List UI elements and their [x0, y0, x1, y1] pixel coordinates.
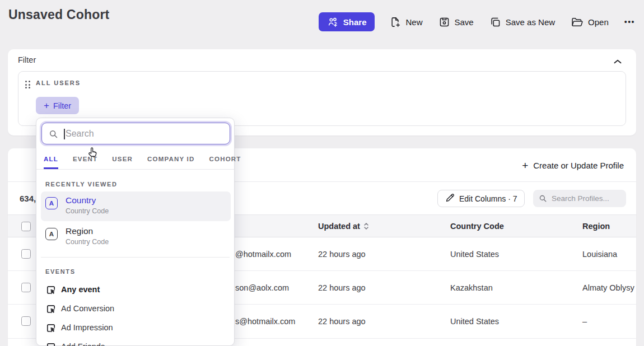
share-button-label: Share: [343, 17, 367, 27]
email-cell: son@aolx.com: [235, 271, 289, 304]
add-filter-button-label: Filter: [53, 101, 71, 110]
toolbar: Share New Save Save as New Open •••: [319, 12, 636, 31]
event-label: Ad Impression: [61, 323, 113, 332]
new-file-icon: [389, 16, 401, 28]
letter-a-icon: A: [45, 228, 58, 240]
profiles-search-input[interactable]: [533, 190, 626, 207]
drag-handle-icon[interactable]: [25, 81, 30, 88]
region-cell: –: [582, 305, 587, 338]
plus-icon: +: [522, 160, 528, 171]
share-button[interactable]: Share: [319, 12, 375, 31]
list-item-ad-impression[interactable]: Ad Impression: [36, 319, 234, 338]
column-header-region[interactable]: Region: [582, 215, 610, 237]
event-label: Ad Conversion: [61, 304, 114, 313]
create-or-update-profile-button[interactable]: + Create or Update Profile: [522, 157, 624, 174]
filter-group-label: ALL USERS: [36, 80, 81, 86]
save-button-label: Save: [455, 17, 474, 27]
item-title: Region: [66, 226, 93, 236]
list-item-country[interactable]: A Country Country Code: [41, 191, 231, 221]
region-cell: Almaty Oblysy: [582, 271, 634, 304]
save-as-new-button[interactable]: Save as New: [488, 16, 556, 28]
list-item-add-friends[interactable]: Add Friends: [36, 338, 234, 346]
item-subtitle: Country Code: [66, 238, 109, 246]
divider: [41, 257, 230, 258]
updated-at-cell: 22 hours ago: [318, 271, 366, 304]
select-all-checkbox[interactable]: [21, 222, 31, 231]
save-button[interactable]: Save: [437, 16, 475, 28]
app-window: Unsaved Cohort Share New Save Save as Ne…: [0, 0, 644, 346]
add-filter-button[interactable]: + Filter: [36, 97, 79, 114]
letter-a-icon: A: [45, 197, 58, 209]
email-cell: @hotmailx.com: [235, 237, 291, 270]
list-item-any-event[interactable]: Any event: [36, 280, 234, 300]
open-button[interactable]: Open: [570, 16, 610, 28]
copy-icon: [489, 16, 501, 28]
tab-company-id[interactable]: COMPANY ID: [147, 156, 194, 169]
row-checkbox[interactable]: [21, 283, 31, 292]
updated-at-cell: 22 hours ago: [318, 305, 366, 338]
save-as-new-button-label: Save as New: [506, 17, 555, 27]
plus-icon: +: [44, 101, 49, 110]
tab-user[interactable]: USER: [112, 156, 133, 169]
country-code-cell: Kazakhstan: [450, 271, 493, 304]
list-item-ad-conversion[interactable]: Ad Conversion: [36, 300, 234, 319]
dropdown-tabs: ALL EVENT USER COMPANY ID COHORT: [36, 149, 234, 170]
filter-panel-title: Filter: [18, 55, 36, 64]
column-header-country-code[interactable]: Country Code: [450, 215, 504, 237]
edit-columns-label: Edit Columns · 7: [459, 194, 517, 203]
row-checkbox[interactable]: [21, 316, 31, 326]
more-menu-button[interactable]: •••: [623, 17, 636, 26]
tab-cohort[interactable]: COHORT: [209, 156, 241, 169]
more-dots-icon: •••: [624, 17, 635, 26]
email-cell: s@hotmailx.com: [235, 305, 295, 338]
country-code-cell: United States: [450, 237, 499, 270]
event-label: Add Friends: [61, 342, 105, 346]
list-item-region[interactable]: A Region Country Code: [41, 222, 231, 251]
new-button[interactable]: New: [388, 16, 423, 28]
updated-at-cell: 22 hours ago: [318, 237, 366, 270]
sort-icon[interactable]: [363, 222, 369, 230]
recently-viewed-header: RECENTLY VIEWED: [45, 181, 118, 188]
profiles-search: [533, 190, 626, 207]
item-subtitle: Country Code: [66, 207, 109, 215]
folder-open-icon: [571, 16, 584, 28]
create-profile-label: Create or Update Profile: [533, 161, 624, 170]
collapse-chevron-up-icon[interactable]: [614, 56, 622, 66]
region-cell: Louisiana: [582, 237, 617, 270]
open-button-label: Open: [588, 17, 609, 27]
country-code-cell: United States: [450, 305, 499, 338]
page-title: Unsaved Cohort: [8, 7, 109, 22]
new-button-label: New: [405, 17, 422, 27]
share-users-icon: [327, 16, 339, 28]
dropdown-search-input[interactable]: [42, 123, 230, 144]
column-header-updated-at[interactable]: Updated at: [318, 215, 369, 237]
event-label: Any event: [61, 285, 100, 294]
item-title: Country: [66, 195, 96, 205]
tab-all[interactable]: ALL: [44, 156, 58, 169]
events-header: EVENTS: [45, 268, 76, 275]
row-checkbox[interactable]: [21, 249, 31, 259]
edit-columns-button[interactable]: Edit Columns · 7: [437, 190, 525, 207]
pencil-icon: [445, 193, 455, 204]
save-icon: [438, 16, 450, 28]
tab-event[interactable]: EVENT: [73, 156, 97, 169]
filter-search-dropdown: ALL EVENT USER COMPANY ID COHORT RECENTL…: [36, 118, 235, 346]
dropdown-search: [41, 123, 230, 144]
